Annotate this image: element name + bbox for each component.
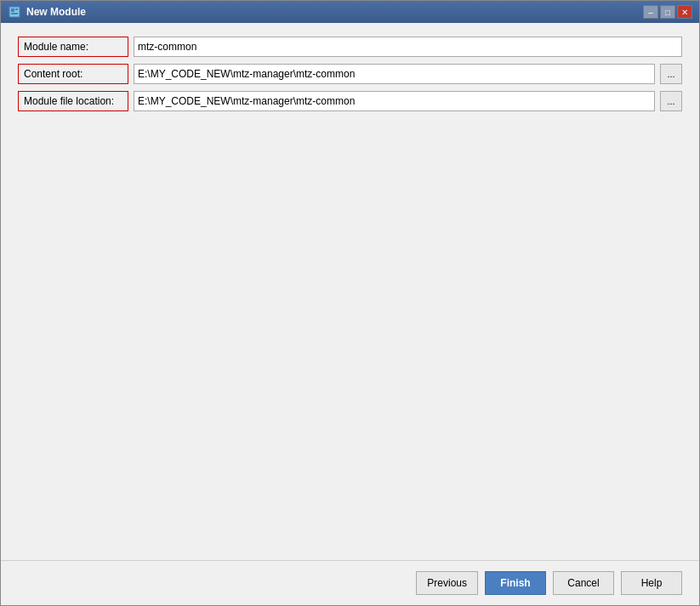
previous-button[interactable]: Previous — [416, 571, 478, 595]
module-name-input[interactable] — [134, 37, 682, 57]
title-bar: New Module – □ ✕ — [1, 1, 699, 23]
module-file-location-input[interactable] — [134, 91, 655, 111]
title-bar-controls: – □ ✕ — [643, 5, 692, 19]
cancel-button[interactable]: Cancel — [553, 571, 614, 595]
module-name-label: Module name: — [18, 37, 128, 57]
window-icon — [8, 5, 21, 19]
minimize-button[interactable]: – — [643, 5, 658, 19]
svg-rect-1 — [11, 8, 14, 12]
form-area: Module name: Content root: ... Module fi… — [18, 37, 682, 111]
module-file-location-browse-button[interactable]: ... — [660, 91, 682, 111]
window-title: New Module — [26, 6, 643, 18]
svg-rect-2 — [15, 8, 18, 10]
button-bar: Previous Finish Cancel Help — [1, 560, 699, 605]
help-button[interactable]: Help — [621, 571, 682, 595]
svg-rect-3 — [11, 13, 18, 14]
content-root-input[interactable] — [134, 64, 655, 84]
maximize-button[interactable]: □ — [660, 5, 675, 19]
content-spacer — [18, 111, 682, 547]
content-root-browse-button[interactable]: ... — [660, 64, 682, 84]
close-button[interactable]: ✕ — [677, 5, 692, 19]
content-root-row: Content root: ... — [18, 64, 682, 84]
finish-button[interactable]: Finish — [485, 571, 546, 595]
new-module-dialog: New Module – □ ✕ Module name: Content ro… — [0, 0, 700, 606]
module-file-location-row: Module file location: ... — [18, 91, 682, 111]
module-name-row: Module name: — [18, 37, 682, 57]
module-file-location-label: Module file location: — [18, 91, 128, 111]
dialog-content: Module name: Content root: ... Module fi… — [1, 23, 699, 560]
content-root-label: Content root: — [18, 64, 128, 84]
